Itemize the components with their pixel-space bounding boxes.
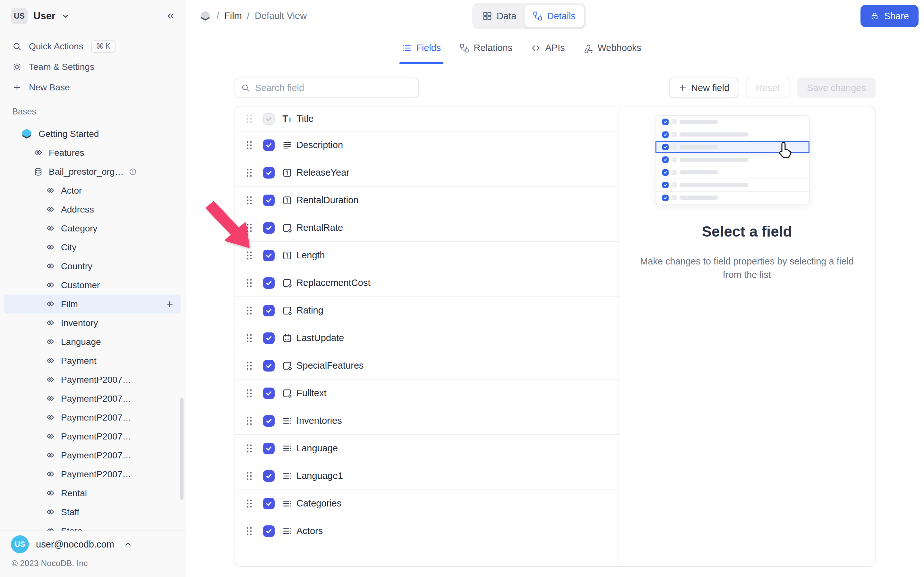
breadcrumb-view[interactable]: Default View bbox=[255, 11, 307, 21]
info-icon[interactable] bbox=[128, 167, 137, 177]
field-visibility-checkbox[interactable] bbox=[263, 195, 275, 206]
tree-item-table[interactable]: Inventory bbox=[4, 314, 181, 332]
field-visibility-checkbox[interactable] bbox=[263, 443, 275, 454]
field-row[interactable]: SpecialFeatures bbox=[235, 352, 619, 380]
drag-handle-icon[interactable] bbox=[246, 471, 253, 481]
tree-item-base[interactable]: Getting Started bbox=[4, 124, 181, 143]
tab-apis[interactable]: APIs bbox=[531, 32, 565, 64]
field-visibility-checkbox[interactable] bbox=[263, 250, 275, 261]
field-visibility-checkbox[interactable] bbox=[263, 332, 275, 344]
sidebar-item-team-settings[interactable]: Team & Settings bbox=[0, 57, 185, 77]
drag-handle-icon[interactable] bbox=[246, 278, 253, 288]
drag-handle-icon[interactable] bbox=[246, 498, 253, 509]
share-button[interactable]: Share bbox=[861, 5, 919, 27]
table-icon bbox=[45, 413, 55, 422]
field-visibility-checkbox[interactable] bbox=[263, 167, 275, 179]
sidebar-scrollbar-thumb[interactable] bbox=[180, 398, 184, 500]
field-row[interactable]: RentalRate bbox=[235, 214, 619, 242]
toggle-data[interactable]: Data bbox=[474, 5, 525, 27]
field-row[interactable]: ReleaseYear bbox=[235, 159, 619, 187]
tree-item-table[interactable]: Store bbox=[4, 522, 181, 530]
field-visibility-checkbox[interactable] bbox=[263, 305, 275, 316]
drag-handle-icon[interactable] bbox=[246, 114, 253, 124]
account-menu[interactable]: US user@nocodb.com bbox=[0, 531, 185, 553]
tree-item-table[interactable]: PaymentP2007… bbox=[4, 427, 181, 446]
tree-item-table[interactable]: PaymentP2007… bbox=[4, 370, 181, 389]
sidebar-item-new-base[interactable]: New Base bbox=[0, 77, 185, 98]
field-visibility-checkbox[interactable] bbox=[263, 113, 275, 125]
drag-handle-icon[interactable] bbox=[246, 168, 253, 178]
field-row[interactable]: Length bbox=[235, 242, 619, 269]
tab-relations[interactable]: Relations bbox=[459, 32, 512, 64]
toggle-details[interactable]: Details bbox=[525, 5, 584, 27]
table-label: Category bbox=[61, 223, 97, 234]
field-visibility-checkbox[interactable] bbox=[263, 360, 275, 372]
tree-item-table[interactable]: Payment bbox=[4, 351, 181, 370]
field-visibility-checkbox[interactable] bbox=[263, 525, 275, 537]
tree-item-table[interactable]: Rental bbox=[4, 484, 181, 503]
sidebar-item-quick-actions[interactable]: Quick Actions ⌘ K bbox=[0, 36, 185, 57]
workspace-menu[interactable]: US User bbox=[0, 0, 185, 32]
tree-item-table[interactable]: Language bbox=[4, 332, 181, 351]
tree-item-table[interactable]: Address bbox=[4, 200, 181, 219]
field-row[interactable]: TT Title bbox=[235, 106, 619, 131]
field-row[interactable]: Language1 bbox=[235, 462, 619, 490]
tree-item-table[interactable]: Category bbox=[4, 219, 181, 238]
drag-handle-icon[interactable] bbox=[246, 388, 253, 398]
field-name: Categories bbox=[296, 498, 341, 509]
data-details-toggle: Data Details bbox=[472, 3, 586, 29]
field-visibility-checkbox[interactable] bbox=[263, 222, 275, 234]
chevron-down-icon bbox=[61, 12, 69, 20]
field-row[interactable]: Inventories bbox=[235, 407, 619, 435]
drag-handle-icon[interactable] bbox=[246, 333, 253, 343]
add-view-icon[interactable] bbox=[165, 300, 174, 309]
field-row[interactable]: ReplacementCost bbox=[235, 269, 619, 297]
drag-handle-icon[interactable] bbox=[246, 361, 253, 371]
field-visibility-checkbox[interactable] bbox=[263, 415, 275, 427]
tab-fields[interactable]: Fields bbox=[402, 32, 441, 64]
drag-handle-icon[interactable] bbox=[246, 140, 253, 150]
tree-item-table[interactable]: Country bbox=[4, 257, 181, 276]
field-visibility-checkbox[interactable] bbox=[263, 498, 275, 509]
field-visibility-checkbox[interactable] bbox=[263, 470, 275, 482]
drag-handle-icon[interactable] bbox=[246, 443, 253, 454]
field-row[interactable]: Rating bbox=[235, 297, 619, 324]
tree-item-table[interactable]: PaymentP2007… bbox=[4, 389, 181, 408]
tree-item-features[interactable]: Features bbox=[4, 143, 181, 162]
field-row[interactable]: Categories bbox=[235, 490, 619, 517]
main-area: / Film / Default View Data Details bbox=[186, 0, 924, 577]
illustration-row bbox=[656, 192, 809, 204]
breadcrumb-table[interactable]: Film bbox=[224, 11, 242, 21]
field-visibility-checkbox[interactable] bbox=[263, 388, 275, 399]
new-field-button[interactable]: New field bbox=[669, 77, 738, 98]
tree-item-table[interactable]: PaymentP2007… bbox=[4, 465, 181, 484]
drag-handle-icon[interactable] bbox=[246, 416, 253, 426]
search-field-input[interactable] bbox=[254, 82, 412, 93]
search-icon bbox=[241, 83, 250, 92]
field-row[interactable]: Actors bbox=[235, 517, 619, 545]
tree-item-table[interactable]: Actor bbox=[4, 181, 181, 200]
tree-item-table[interactable]: City bbox=[4, 238, 181, 257]
field-row[interactable]: LastUpdate bbox=[235, 324, 619, 352]
field-row[interactable]: Description bbox=[235, 131, 619, 159]
tree-item-table[interactable]: PaymentP2007… bbox=[4, 446, 181, 465]
save-changes-button[interactable]: Save changes bbox=[797, 77, 876, 98]
illustration-row bbox=[656, 166, 809, 179]
table-icon bbox=[45, 280, 55, 290]
tree-item-table[interactable]: Staff bbox=[4, 503, 181, 522]
tree-item-table[interactable]: Customer bbox=[4, 276, 181, 295]
field-row[interactable]: Fulltext bbox=[235, 380, 619, 407]
drag-handle-icon[interactable] bbox=[246, 306, 253, 316]
tree-item-source[interactable]: Bail_prestor_org… bbox=[4, 162, 181, 181]
reset-button[interactable]: Reset bbox=[746, 77, 790, 98]
field-visibility-checkbox[interactable] bbox=[263, 277, 275, 289]
tree-item-table[interactable]: Film bbox=[4, 295, 181, 314]
tab-webhooks[interactable]: Webhooks bbox=[583, 32, 642, 64]
field-row[interactable]: RentalDuration bbox=[235, 187, 619, 214]
field-row[interactable]: Language bbox=[235, 435, 619, 462]
illustration-checkbox bbox=[662, 195, 669, 201]
drag-handle-icon[interactable] bbox=[246, 526, 253, 536]
collapse-sidebar-icon[interactable] bbox=[166, 11, 176, 21]
field-visibility-checkbox[interactable] bbox=[263, 139, 275, 151]
tree-item-table[interactable]: PaymentP2007… bbox=[4, 408, 181, 427]
